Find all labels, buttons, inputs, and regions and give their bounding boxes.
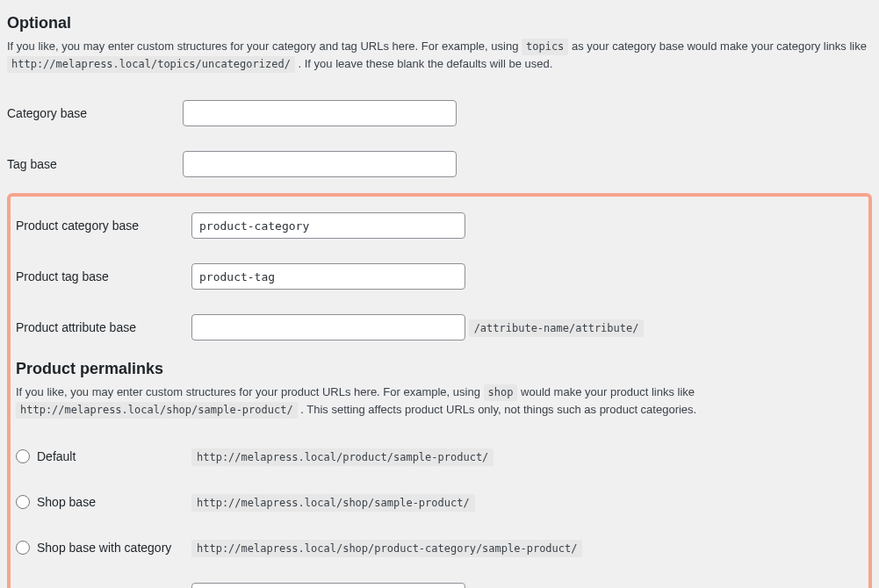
optional-description: If you like, you may enter custom struct…	[7, 38, 872, 72]
text: If you like, you may enter custom struct…	[16, 385, 484, 398]
permalink-shop-base-example: http://melapress.local/shop/sample-produ…	[191, 494, 475, 512]
example-code-shop-url: http://melapress.local/shop/sample-produ…	[16, 402, 298, 419]
permalink-shop-cat-radio[interactable]	[16, 541, 30, 555]
permalink-shop-cat-example: http://melapress.local/shop/product-cate…	[191, 540, 582, 557]
text: . This setting affects product URLs only…	[300, 403, 696, 416]
product-tag-base-label: Product tag base	[16, 251, 191, 302]
text: If you like, you may enter custom struct…	[7, 39, 522, 53]
tag-base-label: Tag base	[7, 139, 183, 190]
category-base-label: Category base	[7, 88, 183, 139]
product-category-base-input[interactable]	[191, 212, 465, 239]
permalink-custom-input[interactable]	[191, 583, 465, 588]
product-attribute-base-label: Product attribute base	[16, 302, 191, 353]
text: . If you leave these blank the defaults …	[299, 57, 553, 70]
product-attribute-base-input[interactable]	[191, 314, 465, 341]
example-code-topics: topics	[522, 39, 568, 55]
permalink-default-example: http://melapress.local/product/sample-pr…	[191, 448, 494, 466]
product-tag-base-input[interactable]	[191, 263, 465, 290]
example-code-shop: shop	[484, 384, 518, 401]
permalink-shop-base-label: Shop base	[37, 495, 96, 509]
permalink-shop-cat-label: Shop base with category	[37, 541, 171, 555]
tag-base-input[interactable]	[183, 151, 457, 177]
product-permalink-highlight: Product category base Product tag base P…	[7, 193, 872, 588]
product-permalinks-heading: Product permalinks	[16, 360, 863, 378]
text: would make your product links like	[521, 385, 695, 398]
category-base-input[interactable]	[183, 100, 457, 126]
permalink-default-label: Default	[37, 449, 76, 463]
text: as your category base would make your ca…	[572, 39, 867, 53]
example-code-url: http://melapress.local/topics/uncategori…	[7, 56, 295, 73]
product-permalinks-description: If you like, you may enter custom struct…	[16, 384, 863, 418]
optional-heading: Optional	[7, 14, 872, 32]
permalink-default-radio[interactable]	[16, 449, 30, 463]
product-attribute-hint: /attribute-name/attribute/	[469, 319, 645, 337]
product-category-base-label: Product category base	[16, 200, 191, 251]
permalink-shop-base-radio[interactable]	[16, 495, 30, 509]
